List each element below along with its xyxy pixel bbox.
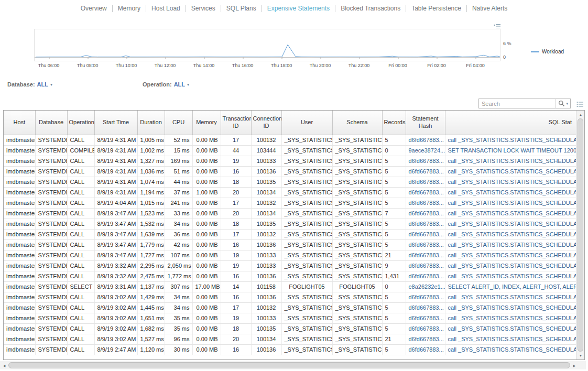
tab-services[interactable]: Services	[191, 5, 215, 12]
table-row[interactable]: imdbmasterSYSTEMDBCALL8/9/19 4:31 AM1,19…	[4, 187, 576, 198]
cell-statement-hash[interactable]: d6fd667883...	[406, 177, 445, 187]
cell-statement-hash[interactable]: d6fd667883...	[406, 208, 445, 219]
table-row[interactable]: imdbmasterSYSTEMDBCALL8/9/19 2:47 AM1,12…	[4, 344, 576, 355]
table-row[interactable]: imdbmasterSYSTEMDBCALL8/9/19 3:02 AM1,52…	[4, 334, 576, 344]
search-input[interactable]	[479, 101, 556, 107]
cell-sql-stat[interactable]: call _SYS_STATISTICS.STATISTICS_SCHEDULA…	[445, 187, 576, 198]
column-header-cpu[interactable]: CPU	[165, 111, 192, 135]
cell-sql-stat[interactable]: call _SYS_STATISTICS.STATISTICS_SCHEDULA…	[445, 271, 576, 281]
table-row[interactable]: imdbmasterSYSTEMDBCALL8/9/19 3:32 AM2,47…	[4, 271, 576, 281]
tab-sql-plans[interactable]: SQL Plans	[226, 5, 256, 12]
cell-statement-hash[interactable]: d6fd667883...	[406, 166, 445, 177]
cell-statement-hash[interactable]: d6fd667883...	[406, 344, 445, 355]
vertical-scroll-thumb[interactable]	[578, 118, 583, 352]
column-header-start-time[interactable]: Start Time	[94, 111, 137, 135]
tab-expensive-statements[interactable]: Expensive Statements	[267, 5, 330, 12]
table-row[interactable]: imdbmasterSYSTEMDBCALL8/9/19 3:47 AM1,77…	[4, 239, 576, 250]
table-row[interactable]: imdbmasterSYSTEMDBCALL8/9/19 4:31 AM1,32…	[4, 156, 576, 166]
operation-filter[interactable]: Operation: ALL ▾	[143, 81, 189, 88]
cell-statement-hash[interactable]: d6fd667883...	[406, 323, 445, 334]
cell-sql-stat[interactable]: SET TRANSACTION LOCK WAIT TIMEOUT 120000	[445, 145, 576, 156]
table-row[interactable]: imdbmasterSYSTEMDBCALL8/9/19 3:02 AM1,65…	[4, 313, 576, 323]
column-header-records[interactable]: Records	[382, 111, 406, 135]
scroll-right-button[interactable]: ▶	[570, 361, 579, 369]
cell-statement-hash[interactable]: d6fd667883...	[406, 198, 445, 208]
cell-sql-stat[interactable]: call _SYS_STATISTICS.STATISTICS_SCHEDULA…	[445, 208, 576, 219]
cell-statement-hash[interactable]: e8a26232e1...	[406, 281, 445, 292]
column-header-statement-hash[interactable]: Statement Hash	[406, 111, 445, 135]
cell-sql-stat[interactable]: call _SYS_STATISTICS.STATISTICS_SCHEDULA…	[445, 166, 576, 177]
search-icon[interactable]: ▾	[556, 99, 570, 108]
column-header-database[interactable]: Database	[35, 111, 67, 135]
cell-sql-stat[interactable]: call _SYS_STATISTICS.STATISTICS_SCHEDULA…	[445, 135, 576, 145]
table-row[interactable]: imdbmasterSYSTEMDBCALL8/9/19 3:02 AM1,44…	[4, 302, 576, 313]
column-header-schema[interactable]: Schema	[332, 111, 382, 135]
cell-sql-stat[interactable]: call _SYS_STATISTICS.STATISTICS_SCHEDULA…	[445, 292, 576, 302]
table-row[interactable]: imdbmasterSYSTEMDBCALL8/9/19 4:31 AM1,07…	[4, 177, 576, 187]
cell-statement-hash[interactable]: d6fd667883...	[406, 135, 445, 145]
table-row[interactable]: imdbmasterSYSTEMDBCALL8/9/19 3:47 AM1,52…	[4, 208, 576, 219]
cell-statement-hash[interactable]: d6fd667883...	[406, 219, 445, 229]
cell-sql-stat[interactable]: call _SYS_STATISTICS.STATISTICS_SCHEDULA…	[445, 239, 576, 250]
operation-filter-value[interactable]: ALL	[174, 81, 185, 88]
table-row[interactable]: imdbmasterSYSTEMDBCALL8/9/19 3:32 AM2,29…	[4, 260, 576, 271]
table-row[interactable]: imdbmasterSYSTEMDBCALL8/9/19 4:31 AM1,00…	[4, 135, 576, 145]
table-row[interactable]: imdbmasterSYSTEMDBCALL8/9/19 4:04 AM1,01…	[4, 198, 576, 208]
cell-sql-stat[interactable]: call _SYS_STATISTICS.STATISTICS_SCHEDULA…	[445, 334, 576, 344]
cell-statement-hash[interactable]: d6fd667883...	[406, 250, 445, 260]
cell-sql-stat[interactable]: call _SYS_STATISTICS.STATISTICS_SCHEDULA…	[445, 219, 576, 229]
database-filter-value[interactable]: ALL	[37, 81, 48, 88]
table-row[interactable]: imdbmasterSYSTEMDBCALL8/9/19 3:47 AM1,72…	[4, 250, 576, 260]
cell-sql-stat[interactable]: call _SYS_STATISTICS.STATISTICS_SCHEDULA…	[445, 156, 576, 166]
table-row[interactable]: imdbmasterSYSTEMDBCOMPILE8/9/19 4:31 AM1…	[4, 145, 576, 156]
horizontal-scroll-thumb[interactable]	[8, 362, 570, 368]
cell-statement-hash[interactable]: d6fd667883...	[406, 313, 445, 323]
cell-statement-hash[interactable]: d6fd667883...	[406, 302, 445, 313]
table-row[interactable]: imdbmasterSYSTEMDBSELECT8/9/19 3:31 AM1,…	[4, 281, 576, 292]
cell-statement-hash[interactable]: d6fd667883...	[406, 229, 445, 239]
tab-host-load[interactable]: Host Load	[151, 5, 180, 12]
table-row[interactable]: imdbmasterSYSTEMDBCALL8/9/19 4:31 AM1,03…	[4, 166, 576, 177]
column-header-transaction-id[interactable]: Transaction ID	[221, 111, 251, 135]
cell-sql-stat[interactable]: call _SYS_STATISTICS.STATISTICS_SCHEDULA…	[445, 260, 576, 271]
cell-sql-stat[interactable]: call _SYS_STATISTICS.STATISTICS_SCHEDULA…	[445, 344, 576, 355]
cell-sql-stat[interactable]: call _SYS_STATISTICS.STATISTICS_SCHEDULA…	[445, 323, 576, 334]
tab-overview[interactable]: Overview	[81, 5, 107, 12]
scroll-down-button[interactable]: ▼	[576, 352, 585, 359]
scroll-up-button[interactable]: ▲	[576, 111, 585, 118]
cell-statement-hash[interactable]: d6fd667883...	[406, 260, 445, 271]
column-header-memory[interactable]: Memory	[192, 111, 221, 135]
cell-statement-hash[interactable]: d6fd667883...	[406, 271, 445, 281]
cell-sql-stat[interactable]: call _SYS_STATISTICS.STATISTICS_SCHEDULA…	[445, 229, 576, 239]
table-row[interactable]: imdbmasterSYSTEMDBCALL8/9/19 3:47 AM1,63…	[4, 229, 576, 239]
cell-sql-stat[interactable]: SELECT ALERT_ID, INDEX, ALERT_HOST, ALER…	[445, 281, 576, 292]
cell-statement-hash[interactable]: d6fd667883...	[406, 334, 445, 344]
tab-blocked-transactions[interactable]: Blocked Transactions	[341, 5, 400, 12]
scroll-left-button[interactable]: ◀	[0, 361, 8, 369]
cell-statement-hash[interactable]: d6fd667883...	[406, 239, 445, 250]
table-row[interactable]: imdbmasterSYSTEMDBCALL8/9/19 3:02 AM1,42…	[4, 292, 576, 302]
horizontal-scrollbar[interactable]: ◀ ▶	[0, 361, 579, 369]
tab-table-persistence[interactable]: Table Persistence	[411, 5, 461, 12]
cell-sql-stat[interactable]: call _SYS_STATISTICS.STATISTICS_SCHEDULA…	[445, 313, 576, 323]
column-header-sql-stat[interactable]: SQL Stat	[445, 111, 576, 135]
search-box[interactable]: ▾	[478, 99, 571, 108]
cell-sql-stat[interactable]: call _SYS_STATISTICS.STATISTICS_SCHEDULA…	[445, 250, 576, 260]
vertical-scrollbar[interactable]: ▲ ▼	[576, 111, 584, 359]
cell-sql-stat[interactable]: call _SYS_STATISTICS.STATISTICS_SCHEDULA…	[445, 302, 576, 313]
tab-native-alerts[interactable]: Native Alerts	[472, 5, 507, 12]
column-header-operation[interactable]: Operation	[67, 111, 94, 135]
tab-memory[interactable]: Memory	[118, 5, 140, 12]
column-header-user[interactable]: User	[281, 111, 332, 135]
database-filter[interactable]: Database: ALL ▾	[7, 81, 52, 88]
cell-statement-hash[interactable]: d6fd667883...	[406, 292, 445, 302]
cell-statement-hash[interactable]: 9aece38724...	[406, 145, 445, 156]
cell-sql-stat[interactable]: call _SYS_STATISTICS.STATISTICS_SCHEDULA…	[445, 198, 576, 208]
cell-sql-stat[interactable]: call _SYS_STATISTICS.STATISTICS_SCHEDULA…	[445, 177, 576, 187]
column-header-connection-id[interactable]: Connection ID	[251, 111, 281, 135]
table-options-icon[interactable]	[576, 100, 584, 110]
cell-statement-hash[interactable]: d6fd667883...	[406, 187, 445, 198]
column-header-duration[interactable]: Duration	[137, 111, 165, 135]
table-row[interactable]: imdbmasterSYSTEMDBCALL8/9/19 3:02 AM1,68…	[4, 323, 576, 334]
cell-statement-hash[interactable]: d6fd667883...	[406, 156, 445, 166]
